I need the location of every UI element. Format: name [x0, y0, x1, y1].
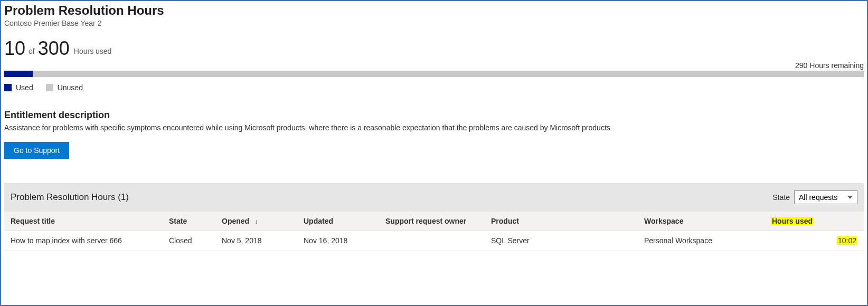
swatch-unused-icon	[46, 84, 53, 91]
col-header-title[interactable]: Request title	[4, 212, 163, 231]
usage-legend: Used Unused	[4, 83, 864, 92]
hours-used-value: 10	[4, 39, 25, 58]
col-header-state[interactable]: State	[163, 212, 215, 231]
col-header-opened-label: Opened	[222, 217, 249, 225]
cell-opened: Nov 5, 2018	[215, 231, 297, 250]
swatch-used-icon	[4, 84, 12, 91]
requests-table: Request title State Opened ↓ Updated Sup…	[4, 212, 864, 251]
legend-used-label: Used	[16, 83, 33, 92]
cell-workspace: Personal Workspace	[638, 231, 765, 250]
entitlement-description: Assistance for problems with specific sy…	[4, 123, 864, 133]
entitlement-heading: Entitlement description	[4, 110, 864, 121]
hours-usage-summary: 10 of 300 Hours used	[4, 39, 864, 58]
cell-hours-used: 10:02	[765, 231, 864, 250]
legend-unused-label: Unused	[58, 83, 83, 92]
col-header-workspace[interactable]: Workspace	[638, 212, 765, 231]
cell-request-title: How to map index with server 666	[4, 231, 163, 250]
page-title: Problem Resolution Hours	[4, 3, 864, 18]
cell-owner	[379, 231, 485, 250]
requests-table-section: Problem Resolution Hours (1) State All r…	[4, 183, 864, 251]
requests-table-title: Problem Resolution Hours (1)	[11, 192, 129, 203]
hours-used-value-highlight: 10:02	[837, 236, 857, 245]
usage-progress-bar	[4, 71, 864, 77]
col-header-hours-used[interactable]: Hours used	[765, 212, 864, 231]
cell-state: Closed	[163, 231, 215, 250]
hours-total-value: 300	[38, 39, 70, 58]
cell-updated: Nov 16, 2018	[297, 231, 379, 250]
col-header-opened[interactable]: Opened ↓	[215, 212, 297, 231]
state-filter-select[interactable]: All requests	[794, 190, 857, 204]
go-to-support-button[interactable]: Go to Support	[4, 142, 69, 159]
table-row[interactable]: How to map index with server 666 Closed …	[4, 231, 864, 250]
col-header-updated[interactable]: Updated	[297, 212, 379, 231]
legend-item-used: Used	[4, 83, 33, 92]
hours-remaining-text: 290 Hours remaining	[4, 61, 864, 70]
legend-item-unused: Unused	[46, 83, 83, 92]
hours-used-label: Hours used	[74, 47, 112, 55]
page-subtitle: Contoso Premier Base Year 2	[4, 19, 864, 27]
state-filter: State All requests	[772, 190, 857, 204]
table-header-row: Request title State Opened ↓ Updated Sup…	[4, 212, 864, 231]
hours-used-header-highlight: Hours used	[771, 217, 814, 225]
state-filter-label: State	[772, 193, 790, 202]
cell-product: SQL Server	[485, 231, 638, 250]
requests-table-header-bar: Problem Resolution Hours (1) State All r…	[4, 183, 864, 212]
col-header-product[interactable]: Product	[485, 212, 638, 231]
usage-progress-fill	[4, 71, 33, 77]
sort-descending-icon: ↓	[254, 218, 258, 225]
col-header-owner[interactable]: Support request owner	[379, 212, 485, 231]
hours-of-label: of	[29, 47, 35, 55]
